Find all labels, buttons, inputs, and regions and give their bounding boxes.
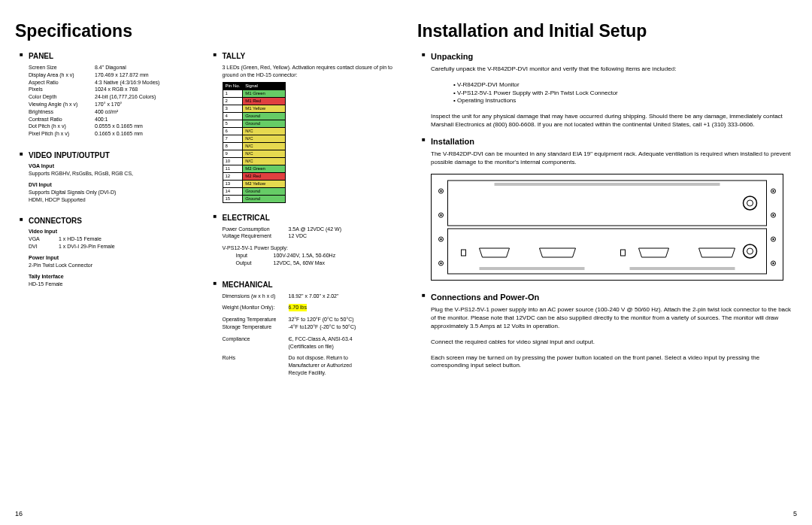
svg-rect-1 [448, 229, 767, 274]
page-num-left: 16 [15, 510, 23, 517]
conn-ti-head: Tally Interface [29, 274, 201, 279]
spec-row: Viewing Angle (h x v)170° x 170° [29, 101, 201, 108]
spec-row: Brightness400 cd/m² [29, 108, 201, 116]
list-item: V-R842DP-DVI Monitor [453, 81, 797, 90]
pin-row: 11M2 Green [223, 165, 286, 172]
pin-row: 5Ground [223, 120, 286, 127]
connections-p3: Each screen may be turned on by pressing… [431, 354, 797, 371]
svg-rect-24 [462, 250, 466, 256]
mechanical-head: MECHANICAL [209, 281, 395, 289]
page-num-right: 5 [793, 510, 797, 517]
installation-p1: The V-R842DP-DVI can be mounted in any s… [431, 150, 797, 167]
pin-row: 14Ground [223, 187, 286, 195]
installation-head: Installation [417, 137, 797, 146]
svg-rect-25 [621, 250, 626, 256]
pin-row: 4Ground [223, 112, 286, 120]
svg-point-9 [772, 214, 774, 216]
pin-row: 10N/C [223, 157, 286, 165]
svg-point-13 [440, 262, 441, 264]
pin-row: 3M1 Yellow [223, 105, 286, 112]
spec-row: Operating Temperature32°F to 120°F (0°C … [223, 316, 395, 323]
spec-row: Dot Pitch (h x v)0.0555 x 0.1665 mm [29, 123, 201, 130]
unpacking-p2: Inspect the unit for any physical damage… [431, 113, 797, 129]
pin-row: 8N/C [223, 142, 286, 150]
unpacking-p1: Carefully unpack the V-R842DP-DVI monito… [431, 65, 797, 74]
vga-text: Supports RGBHV, RsGsBs, RGsB, RGB CS, [29, 170, 201, 178]
spec-row: Storage Temperature-4°F to120°F (-20°C t… [223, 323, 395, 331]
spec-row: Contrast Ratio400:1 [29, 116, 201, 123]
svg-point-3 [440, 190, 441, 192]
svg-point-22 [744, 244, 757, 258]
install-title: Installation and Initial Setup [417, 21, 797, 41]
spec-row: DVI1 x DVI-I 29-Pin Female [29, 243, 201, 250]
tally-head: TALLY [209, 52, 395, 60]
svg-point-17 [772, 262, 774, 264]
connections-head: Connections and Power-On [417, 293, 797, 302]
svg-point-23 [747, 248, 753, 254]
vga-head: VGA Input [29, 163, 201, 168]
connections-p2: Connect the required cables for video si… [431, 338, 797, 347]
svg-point-15 [772, 238, 774, 240]
weight-value: 6.70 lbs [289, 304, 308, 311]
pin-row: 6N/C [223, 127, 286, 135]
spec-row: Input100V-240V, 1.5A, 50-60Hz [236, 252, 395, 259]
tally-desc: 3 LEDs (Green, Red, Yellow). Activation … [209, 64, 395, 79]
spec-row: Aspect Ratio4:3 Native (4:3/16:9 Modes) [29, 79, 201, 86]
spec-row: Screen Size8.4" Diagonal [29, 64, 201, 71]
dvi-head: DVI Input [29, 182, 201, 187]
rack-diagram [431, 174, 783, 281]
spec-row: Pixel Pitch (h x v)0.1665 x 0.1665 mm [29, 130, 201, 138]
video-head: VIDEO INPUT/OUTPUT [15, 151, 201, 159]
ps-head: V-PS12-5V-1 Power Supply: [223, 244, 395, 252]
spec-row: Color Depth24-bit (16,777,216 Colors) [29, 93, 201, 101]
panel-head: PANEL [15, 52, 201, 60]
svg-point-5 [440, 214, 441, 216]
connectors-head: CONNECTORS [15, 217, 201, 225]
svg-point-7 [772, 190, 774, 192]
spec-row: VGA1 x HD-15 Female [29, 235, 201, 243]
tally-table: Pin No.Signal 1M1 Green2M1 Red3M1 Yellow… [223, 82, 286, 203]
spec-row: Voltage Requirement12 VDC [223, 232, 395, 240]
spec-row: Display Area (h x v)170.469 x 127.872 mm [29, 71, 201, 79]
conn-vi-head: Video Input [29, 229, 201, 234]
list-item: V-PS12-5V-1 Power Supply with 2-Pin Twis… [453, 90, 797, 98]
pin-row: 1M1 Green [223, 90, 286, 97]
pin-row: 7N/C [223, 135, 286, 142]
list-item: Operating Instructions [453, 97, 797, 105]
conn-pi-head: Power Input [29, 255, 201, 260]
dvi-text: Supports Digital Signals Only (DVI-D) HD… [29, 189, 201, 204]
svg-rect-0 [448, 181, 767, 226]
svg-point-11 [440, 238, 441, 240]
pin-row: 9N/C [223, 150, 286, 157]
connections-p1: Plug the V-PS12-5V-1 power supply into a… [431, 306, 797, 330]
svg-point-20 [744, 196, 757, 210]
electrical-head: ELECTRICAL [209, 214, 395, 222]
unpacking-head: Unpacking [417, 52, 797, 61]
pin-row: 15Ground [223, 195, 286, 202]
spec-row: Output12VDC, 5A, 60W Max [236, 259, 395, 267]
spec-row: Power Consumption3.5A @ 12VDC (42 W) [223, 226, 395, 233]
svg-point-21 [747, 200, 753, 206]
conn-pi-text: 2-Pin Twist Lock Connector [29, 262, 201, 269]
conn-ti-text: HD-15 Female [29, 281, 201, 288]
spec-row: Pixels1024 x RGB x 768 [29, 86, 201, 93]
pin-row: 12M2 Red [223, 172, 286, 180]
specs-title: Specifications [15, 21, 395, 41]
pin-row: 13M2 Yellow [223, 180, 286, 187]
pin-row: 2M1 Red [223, 97, 286, 105]
